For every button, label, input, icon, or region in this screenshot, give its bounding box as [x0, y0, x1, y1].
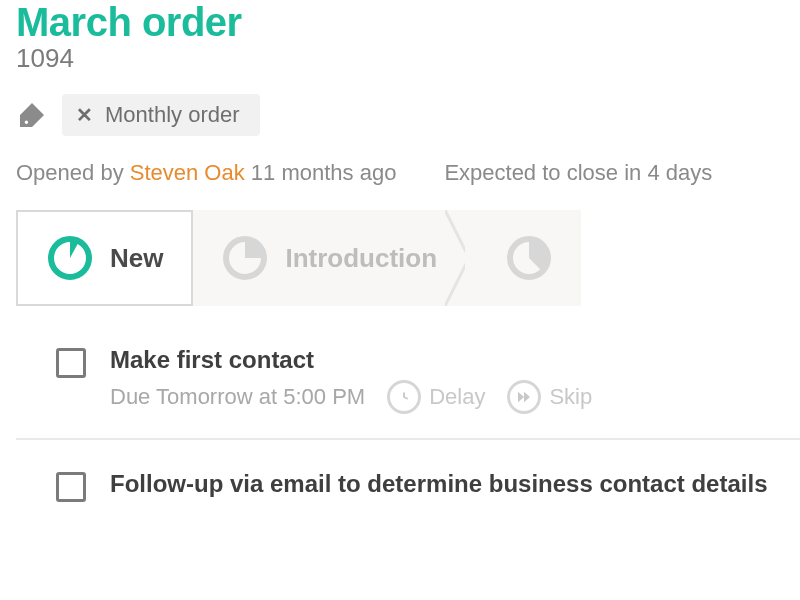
task-due-text: Due Tomorrow at 5:00 PM: [110, 384, 365, 410]
progress-icon: [505, 234, 553, 282]
stage-new[interactable]: New: [16, 210, 193, 306]
delay-label: Delay: [429, 384, 485, 410]
task-row: Follow-up via email to determine busines…: [16, 438, 800, 520]
task-list: Make first contact Due Tomorrow at 5:00 …: [16, 334, 800, 520]
meta-row: Opened by Steven Oak 11 months ago Expec…: [16, 160, 800, 186]
opened-suffix: 11 months ago: [245, 160, 397, 185]
opened-by-text: Opened by Steven Oak 11 months ago: [16, 160, 396, 186]
progress-icon: [46, 234, 94, 282]
tag-icon: [16, 99, 48, 131]
tag-label: Monthly order: [105, 102, 240, 128]
opened-by-user-link[interactable]: Steven Oak: [130, 160, 245, 185]
task-row: Make first contact Due Tomorrow at 5:00 …: [16, 334, 800, 432]
task-checkbox[interactable]: [56, 472, 86, 502]
expected-close-text: Expected to close in 4 days: [444, 160, 712, 186]
task-title: Make first contact: [110, 346, 800, 374]
progress-icon: [221, 234, 269, 282]
delay-button[interactable]: Delay: [387, 380, 485, 414]
tag-chip-monthly-order[interactable]: ✕ Monthly order: [62, 94, 260, 136]
order-number: 1094: [16, 43, 800, 74]
stage-next[interactable]: [465, 210, 581, 306]
stage-introduction[interactable]: Introduction: [193, 210, 465, 306]
remove-tag-icon[interactable]: ✕: [76, 103, 93, 127]
skip-label: Skip: [549, 384, 592, 410]
pipeline-stages: New Introduction: [16, 210, 800, 306]
task-title: Follow-up via email to determine busines…: [110, 470, 800, 498]
page-title: March order: [16, 0, 800, 45]
fast-forward-icon: [507, 380, 541, 414]
clock-icon: [387, 380, 421, 414]
opened-prefix: Opened by: [16, 160, 130, 185]
skip-button[interactable]: Skip: [507, 380, 592, 414]
task-checkbox[interactable]: [56, 348, 86, 378]
stage-label: New: [110, 243, 163, 274]
tag-row: ✕ Monthly order: [16, 94, 800, 136]
stage-label: Introduction: [285, 243, 437, 274]
